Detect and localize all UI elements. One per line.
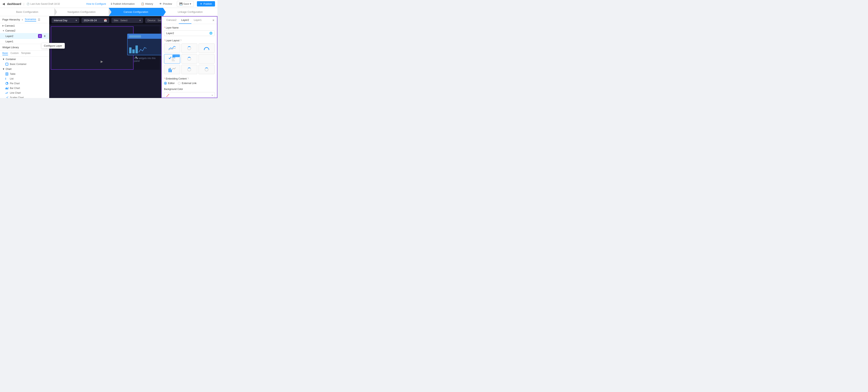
delete-layer-btn[interactable]: 🗑 [43,34,47,38]
layer-name-label: * Layer Name [164,26,215,29]
step-linkage[interactable]: Linkage Configuration [163,8,217,16]
widget-library-title: Widget Library [2,46,42,49]
tab-canvas2[interactable]: Canvas2 [164,17,179,24]
layout-icon-3 [204,46,210,50]
device-select[interactable]: Device: Select ▾ [145,18,161,23]
tab-basic[interactable]: Basic [2,52,8,55]
widget-header-bar [129,35,141,38]
widget-pie-chart[interactable]: Pie Chart [0,81,49,86]
close-right-panel[interactable]: ✕ [212,19,215,22]
bar-icon [5,87,8,89]
tab-layer2[interactable]: Layer2 [179,17,191,24]
background-color-label: Background Color [164,88,215,91]
background-color-selector[interactable]: ▾ [164,92,215,98]
line-icon [5,92,8,94]
add-page-button[interactable]: + [22,18,23,21]
layout-option-3[interactable] [198,43,215,53]
embedding-content-label: * Embedding Content ? [164,77,215,80]
layer-name-section: * Layer Name Layer2 🌐 [164,26,215,36]
widget-preview-header [128,34,161,39]
history-button[interactable]: 📋 History [140,2,155,6]
widget-chart-area [128,39,161,55]
page-hierarchy-title: Page Hierarchy [2,18,20,21]
calendar-icon: 📅 [104,19,107,22]
layout-option-9[interactable] [198,65,215,74]
layout-option-1[interactable] [164,43,180,53]
layout-option-6[interactable] [198,54,215,64]
spinner-icon-4 [205,67,209,71]
layout-option-4[interactable]: Current [164,54,180,64]
svg-point-8 [8,97,8,97]
embedding-content-section: * Embedding Content ? Editor External Li… [164,77,215,85]
svg-rect-22 [171,69,172,72]
layout-help-icon[interactable]: ? [180,39,182,42]
right-panel: Canvas2 Layer2 Layer1 ✕ * Layer Name Lay… [161,16,217,98]
history-icon: 📋 [141,2,144,5]
layout-option-2[interactable] [181,43,197,53]
title-separator: | [24,2,24,5]
top-bar-actions: How to Configure ℹ Publish Information 📋… [86,1,215,7]
canvas-grid: ↖ Add widgets into this panel ▶ [49,25,161,98]
layout-option-7[interactable] [164,65,180,74]
radio-editor[interactable]: Editor [164,82,175,85]
top-bar: ◀ dashboard | 🕐 Last Auto Saved Draft 18… [0,0,217,8]
step-basic[interactable]: Basic Configuration [0,8,54,16]
svg-rect-2 [6,87,7,89]
tree-item-canvas2[interactable]: ▼ Canvas2 [0,28,49,33]
step-navigation[interactable]: Navigation Configuration [54,8,109,16]
tree-item-canvas1[interactable]: ▶ Canvas1 [0,23,49,28]
save-icon: 💾 [179,2,183,5]
section-container[interactable]: ▼ Container [0,57,49,62]
widget-library: Widget Library 🔍 Basic Custom Template ▼… [0,44,49,98]
pie-icon [5,82,8,85]
chart-bar-1 [129,47,131,53]
layout-option-8[interactable] [181,65,197,74]
publish-button[interactable]: ✈ Publish [197,1,215,6]
widget-line-chart[interactable]: Line Chart [0,91,49,95]
widget-table[interactable]: Table [0,72,49,76]
embedding-radio-group: Editor External Link [164,82,215,85]
right-panel-body: * Layer Name Layer2 🌐 * Layer Layout ? [162,24,217,98]
widget-list[interactable]: List [0,76,49,81]
tree-item-layer2[interactable]: Layer2 ⚙ 🗑 [0,33,49,39]
configure-layer-btn[interactable]: ⚙ [38,34,42,38]
layer2-actions: ⚙ 🗑 [38,34,47,38]
widget-scatter-chart[interactable]: Scatter Chart [0,95,49,98]
svg-rect-3 [7,88,8,89]
preview-button[interactable]: 👁 Preview [158,2,174,6]
cursor-icon: ↖ [135,56,138,60]
app-title: dashboard [7,2,21,5]
right-panel-tabs: Canvas2 Layer2 Layer1 ✕ [162,17,217,24]
tab-template[interactable]: Template [21,52,31,55]
how-to-configure-link[interactable]: How to Configure [86,2,106,5]
site-select[interactable]: Site: Select ▾ [112,18,143,23]
tab-custom[interactable]: Custom [10,52,19,55]
no-color-icon [166,93,170,97]
widget-basic-container[interactable]: Basic Container [0,62,49,67]
section-caret: ▼ [2,68,5,70]
svg-rect-4 [8,87,8,89]
page-menu-icon[interactable]: ☰ [38,18,40,21]
save-button[interactable]: 💾 Save ▾ [177,1,194,7]
main-layout: Page Hierarchy + Scenarios ☰ ▶ Canvas1 ▼… [0,16,217,98]
background-color-section: Background Color ▾ [164,88,215,98]
widget-bar-chart[interactable]: Bar Chart [0,86,49,91]
publish-info-button[interactable]: ℹ Publish Information [109,2,136,6]
canvas-area: Interval:Day ▾ 2024-09-24 📅 Site: Select… [49,16,161,98]
tab-layer1[interactable]: Layer1 [191,17,204,24]
layer-layout-section: * Layer Layout ? [164,39,215,74]
layout-option-5[interactable] [181,54,197,64]
page-panel: Page Hierarchy + Scenarios ☰ ▶ Canvas1 ▼… [0,16,49,98]
radio-editor-circle [164,82,167,85]
embedding-help-icon[interactable]: ? [187,77,189,80]
interval-select[interactable]: Interval:Day ▾ [52,18,79,23]
auto-save-status: 🕐 Last Auto Saved Draft 18:32 [27,3,60,5]
scenarios-tab[interactable]: Scenarios [25,18,36,22]
radio-external-link[interactable]: External Link [178,82,196,85]
date-select[interactable]: 2024-09-24 📅 [82,18,109,23]
step-canvas[interactable]: Canvas Configuration [109,8,163,16]
layer-name-input[interactable]: Layer2 🌐 [164,30,215,36]
canvas-widget-preview[interactable] [127,34,161,55]
section-chart[interactable]: ▼ Chart [0,67,49,72]
back-button[interactable]: ◀ [2,2,5,6]
